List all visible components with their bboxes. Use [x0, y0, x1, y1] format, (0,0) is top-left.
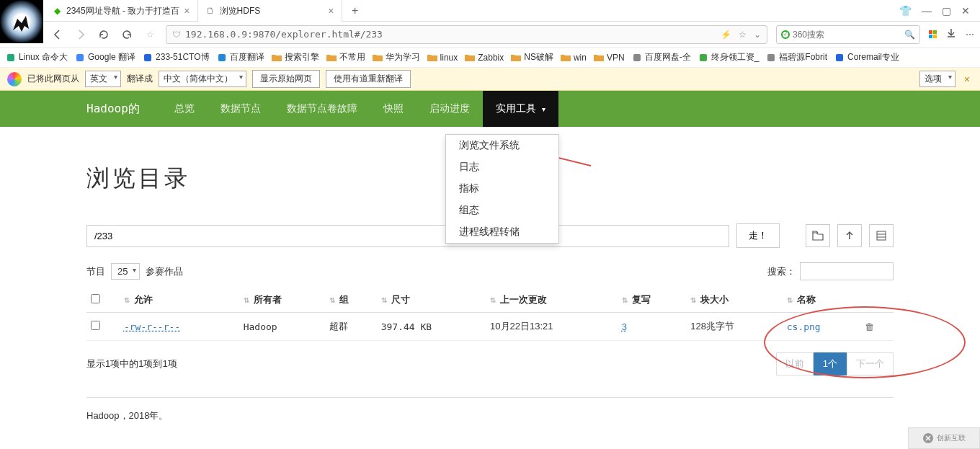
download-icon[interactable] [945, 27, 957, 41]
close-icon[interactable]: × [328, 5, 334, 17]
show-original-button[interactable]: 显示原始网页 [252, 70, 320, 88]
upload-icon[interactable] [837, 224, 862, 247]
folder-icon [465, 53, 475, 63]
page-prev[interactable]: 以前 [776, 352, 814, 375]
address-input[interactable]: 🛡 192.168.0.9:9870/explorer.html#/233 ⚡ … [166, 25, 767, 44]
forward-button[interactable] [74, 27, 88, 42]
nav-item-5[interactable]: 实用工具 [483, 91, 558, 127]
browser-tab-1[interactable]: 🗋 浏览HDFS × [198, 0, 342, 22]
bookmark-item[interactable]: 百度网盘-全 [632, 51, 691, 63]
search-icon[interactable]: 🔍 [904, 30, 915, 40]
reload-button[interactable] [97, 27, 111, 42]
apps-icon[interactable] [929, 30, 937, 38]
path-input[interactable] [86, 225, 729, 247]
column-header[interactable]: ⇅允许 [120, 288, 239, 313]
permission-link[interactable]: -rw-r--r-- [124, 321, 180, 332]
nav-item-1[interactable]: 数据节点 [208, 91, 274, 127]
brand-label[interactable]: Hadoop的 [86, 102, 140, 117]
svg-rect-1 [76, 54, 84, 61]
table-row: -rw-r--r-- Hadoop 超群 397.44 KB 10月22日13:… [86, 313, 894, 341]
svg-rect-2 [144, 54, 151, 61]
nav-item-4[interactable]: 启动进度 [416, 91, 483, 127]
bookmark-item[interactable]: Zabbix [465, 53, 504, 63]
nav-item-2[interactable]: 数据节点卷故障 [274, 91, 370, 127]
bookmark-item[interactable]: 终身领工资_ [698, 51, 760, 63]
search-engine-icon: ✓ [781, 30, 790, 39]
list-view-icon[interactable] [869, 224, 894, 247]
column-header[interactable]: ⇅尺寸 [377, 288, 486, 313]
bookmark-item[interactable]: VPN [594, 53, 625, 63]
back-button[interactable] [50, 27, 65, 42]
showing-text: 显示1项中的1项到1项 [86, 357, 177, 370]
search-box[interactable]: ✓ 🔍 [776, 25, 920, 44]
undo-button[interactable] [120, 27, 134, 42]
close-icon[interactable]: × [184, 5, 190, 17]
column-header[interactable]: ⇅复写 [618, 288, 686, 313]
bookmark-item[interactable]: linux [427, 53, 458, 63]
bookmark-item[interactable]: Linux 命令大 [6, 51, 68, 63]
open-folder-icon[interactable] [806, 224, 830, 247]
bookmark-item[interactable]: 不常用 [326, 51, 365, 63]
browser-logo [0, 0, 43, 43]
page-next[interactable]: 下一个 [847, 352, 894, 375]
entries-select[interactable]: 25 [111, 263, 140, 280]
wardrobe-icon[interactable]: 👕 [899, 5, 912, 17]
replication-link[interactable]: 3 [622, 321, 627, 332]
star-icon[interactable]: ☆ [143, 27, 157, 42]
bookmark-item[interactable]: 福碧源Fobrit [766, 51, 827, 63]
table-search-input[interactable] [800, 262, 894, 280]
filename-link[interactable]: cs.png [787, 321, 821, 332]
column-header[interactable]: ⇅上一次更改 [486, 288, 618, 313]
row-checkbox[interactable] [91, 321, 100, 330]
bookmark-label: 福碧源Fobrit [779, 51, 827, 63]
column-header[interactable]: ⇅所有者 [239, 288, 325, 313]
sort-icon: ⇅ [329, 298, 335, 303]
column-header[interactable]: ⇅名称 [783, 288, 860, 313]
bookmark-item[interactable]: 百度翻译 [217, 51, 264, 63]
bookmark-label: 终身领工资_ [711, 51, 760, 63]
sort-icon: ⇅ [622, 298, 628, 303]
minimize-button[interactable]: — [922, 5, 932, 17]
new-tab-button[interactable]: + [342, 0, 368, 21]
browser-tab-0[interactable]: ◆ 2345网址导航 - 致力于打造百 × [45, 0, 198, 22]
go-button[interactable]: 走！ [736, 223, 780, 248]
dropdown-item[interactable]: 组态 [446, 200, 558, 221]
nav-item-3[interactable]: 快照 [370, 91, 416, 127]
dropdown-item[interactable]: 进程线程转储 [446, 221, 558, 243]
bookmark-item[interactable]: Google 翻译 [75, 51, 135, 63]
nav-item-0[interactable]: 总览 [161, 91, 208, 127]
page-current[interactable]: 1个 [814, 352, 847, 375]
size-cell: 397.44 KB [377, 313, 486, 341]
chevron-down-icon[interactable]: ⌄ [754, 30, 761, 40]
column-header[interactable]: ⇅组 [325, 288, 377, 313]
bookmark-item[interactable]: NS破解 [511, 51, 553, 63]
footer-text: Hadoop，2018年。 [86, 409, 894, 422]
lightning-icon[interactable]: ⚡ [721, 30, 731, 40]
dropdown-item[interactable]: 日志 [446, 156, 558, 178]
retranslate-button[interactable]: 使用有道重新翻译 [326, 70, 411, 88]
translate-to-select[interactable]: 中文（简体中文） [159, 71, 246, 87]
tab-strip: ◆ 2345网址导航 - 致力于打造百 × 🗋 浏览HDFS × + 👕 — ▢… [0, 0, 980, 22]
select-all-checkbox[interactable] [91, 294, 100, 303]
more-menu-icon[interactable]: ⋯ [966, 30, 974, 40]
bookmark-item[interactable]: 搜索引擎 [272, 51, 319, 63]
search-input[interactable] [793, 30, 901, 40]
column-header[interactable]: ⇅块大小 [686, 288, 783, 313]
bookmark-star-icon[interactable]: ☆ [739, 30, 747, 40]
sort-icon: ⇅ [381, 298, 387, 303]
dropdown-item[interactable]: 指标 [446, 178, 558, 200]
trash-icon[interactable]: 🗑 [865, 321, 874, 332]
bookmark-item[interactable]: 233-51CTO博 [143, 51, 209, 63]
bookmark-label: Linux 命令大 [19, 51, 68, 63]
bookmark-item[interactable]: Coremail专业 [834, 51, 899, 63]
translate-from-select[interactable]: 英文 [85, 71, 121, 87]
translate-options-select[interactable]: 选项 [919, 71, 956, 87]
maximize-button[interactable]: ▢ [942, 5, 951, 17]
dropdown-item[interactable]: 浏览文件系统 [446, 135, 558, 156]
bookmark-item[interactable]: win [561, 53, 587, 63]
bookmark-label: Google 翻译 [88, 51, 135, 63]
close-window-button[interactable]: ✕ [961, 5, 970, 17]
bookmark-label: 华为学习 [386, 51, 420, 63]
bookmark-item[interactable]: 华为学习 [373, 51, 420, 63]
translate-close-icon[interactable]: × [961, 74, 973, 85]
